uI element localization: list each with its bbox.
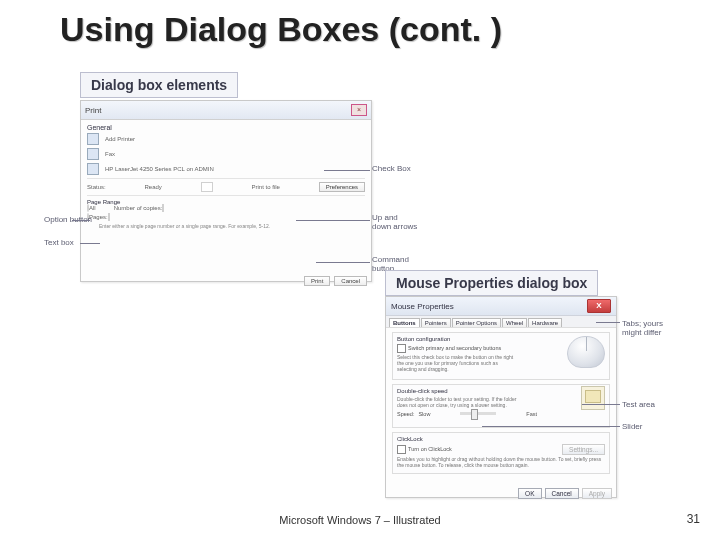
copies-spin[interactable] [162,204,164,212]
dblclick-title: Double-click speed [397,388,605,394]
mouse-titlebar: Mouse Properties X [386,297,616,316]
printer-item: Fax [105,151,115,157]
callout-textbox: Text box [44,238,74,247]
caption-dialog-elements: Dialog box elements [80,72,238,98]
preferences-button[interactable]: Preferences [319,182,365,192]
status-value: Ready [145,184,162,190]
tab-buttons[interactable]: Buttons [389,318,420,327]
printer-item: Add Printer [105,136,135,142]
close-icon[interactable]: X [587,299,611,313]
print-group-general: General [87,124,365,131]
print-dialog: Print × General Add Printer Fax HP Laser… [80,100,372,282]
callout-checkbox: Check Box [372,164,411,173]
pages-text[interactable] [108,213,110,221]
dblclick-desc: Double-click the folder to test your set… [397,396,527,408]
callout-spin: Up anddown arrows [372,214,417,232]
ok-button[interactable]: OK [518,488,541,499]
tab-pointers[interactable]: Pointers [421,318,451,327]
clicklock-desc: Enables you to highlight or drag without… [397,456,605,468]
print-button[interactable]: Print [304,276,330,286]
test-area[interactable] [581,386,605,410]
print-to-file-label: Print to file [251,184,279,190]
tab-pointer-options[interactable]: Pointer Options [452,318,501,327]
speed-label: Speed: [397,411,414,417]
cancel-button[interactable]: Cancel [334,276,367,286]
settings-button[interactable]: Settings... [562,444,605,455]
pages-hint: Enter either a single page number or a s… [99,223,365,229]
cancel-button[interactable]: Cancel [545,488,579,499]
slide-footer: Microsoft Windows 7 – Illustrated [0,514,720,526]
callout-slider: Slider [622,422,642,431]
caption-mouse-props: Mouse Properties dialog box [385,270,598,296]
printer-icon [87,148,99,160]
mouse-dialog: Mouse Properties X Buttons Pointers Poin… [385,296,617,498]
print-dialog-title: Print [85,106,101,115]
callout-tabs: Tabs; yoursmight differ [622,320,663,338]
clicklock-title: ClickLock [397,436,605,442]
tab-wheel[interactable]: Wheel [502,318,527,327]
status-label: Status: [87,184,106,190]
printer-item: HP LaserJet 4250 Series PCL on ADMIN [105,166,214,172]
switch-buttons-label: Switch primary and secondary buttons [408,345,501,351]
mouse-image [567,336,605,368]
speed-slow: Slow [418,411,430,417]
printer-icon [87,163,99,175]
clicklock-check[interactable] [397,445,406,454]
copies-label: Number of copies: [114,205,163,211]
slide-title: Using Dialog Boxes (cont. ) [60,10,502,49]
speed-fast: Fast [526,411,537,417]
printer-icon [87,133,99,145]
apply-button[interactable]: Apply [582,488,612,499]
clicklock-label: Turn on ClickLock [408,446,452,452]
mouse-tabs: Buttons Pointers Pointer Options Wheel H… [386,316,616,328]
callout-testarea: Test area [622,400,655,409]
page-number: 31 [687,512,700,526]
print-dialog-titlebar: Print × [81,101,371,120]
mouse-dialog-title: Mouse Properties [391,302,454,311]
print-to-file-check[interactable] [201,182,213,192]
speed-slider[interactable] [460,412,496,415]
radio-all-label: All [89,205,96,211]
tab-hardware[interactable]: Hardware [528,318,562,327]
switch-desc: Select this check box to make the button… [397,354,517,372]
close-icon[interactable]: × [351,104,367,116]
switch-buttons-check[interactable] [397,344,406,353]
